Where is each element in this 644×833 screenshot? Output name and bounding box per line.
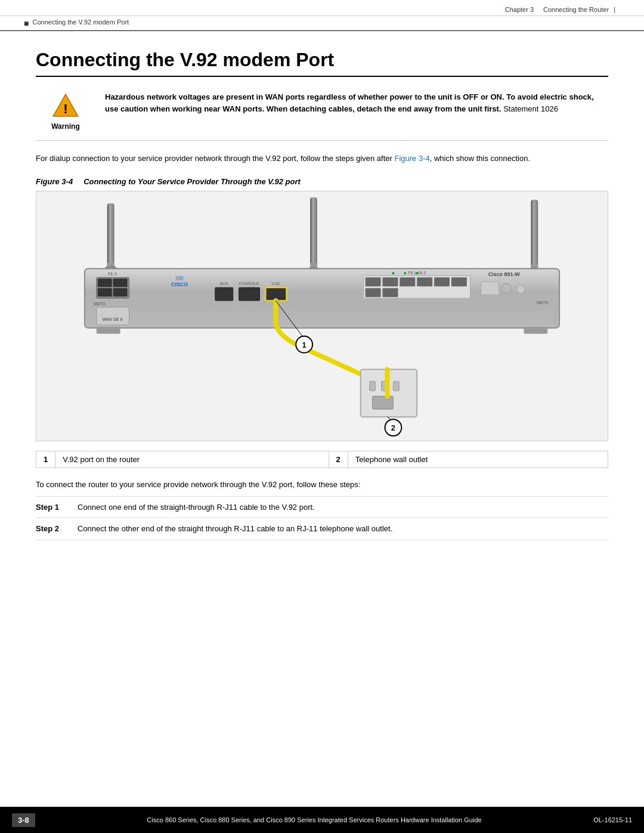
label1-text: V.92 port on the router (55, 451, 329, 467)
step-2-text: Connect the other end of the straight th… (78, 523, 608, 535)
svg-rect-9 (531, 200, 538, 270)
footer-page-number: 3-8 (12, 813, 35, 827)
label2-num: 2 (329, 451, 348, 467)
svg-text:FE 0: FE 0 (108, 272, 117, 276)
svg-text:SB/TX: SB/TX (536, 301, 548, 305)
label1-num: 1 (36, 451, 55, 467)
svg-rect-13 (85, 301, 559, 328)
header-section: Connecting the Router (543, 6, 609, 13)
svg-rect-15 (98, 278, 112, 287)
svg-text:!: ! (63, 101, 67, 116)
breadcrumb: ■ Connecting the V.92 modem Port (0, 16, 644, 31)
svg-point-50 (517, 286, 524, 293)
figure-link[interactable]: Figure 3-4 (394, 154, 429, 163)
warning-icon-area: ! Warning (36, 91, 95, 131)
step-1-text: Connect one end of the straight-through … (78, 501, 608, 513)
body-text: For dialup connection to your service pr… (36, 153, 608, 165)
svg-rect-54 (370, 381, 376, 391)
svg-rect-25 (215, 287, 233, 301)
warning-text: Hazardous network voltages are present i… (105, 91, 608, 114)
svg-text:2: 2 (391, 423, 395, 432)
svg-rect-37 (400, 277, 415, 286)
svg-point-44 (392, 272, 394, 274)
svg-point-49 (501, 283, 511, 293)
step-2-label: Step 2 (36, 523, 78, 535)
svg-text:SB/TX: SB/TX (94, 302, 106, 306)
warning-normal-text: Statement 1026 (501, 104, 558, 113)
svg-text:V.92: V.92 (272, 281, 280, 286)
warning-box: ! Warning Hazardous network voltages are… (36, 91, 608, 141)
svg-text:Cisco 891-W: Cisco 891-W (488, 271, 521, 277)
svg-rect-62 (97, 327, 120, 334)
svg-point-46 (416, 272, 418, 274)
svg-rect-16 (113, 278, 128, 287)
svg-rect-63 (524, 327, 547, 334)
steps-intro: To connect the router to your service pr… (36, 480, 608, 489)
figure-svg: FE 0 SB/TX WAN GE 0 ||||||| CISCO AUX CO… (36, 191, 608, 441)
header-chapter: Chapter 3 (505, 6, 534, 13)
svg-rect-57 (373, 396, 394, 409)
svg-rect-3 (107, 203, 114, 271)
svg-rect-6 (310, 197, 317, 268)
svg-rect-56 (393, 381, 399, 391)
svg-text:|||||||: ||||||| (176, 275, 184, 280)
figure-labels-table: 1 V.92 port on the router 2 Telephone wa… (36, 451, 608, 468)
warning-icon: ! (51, 91, 80, 120)
svg-rect-38 (417, 277, 432, 286)
svg-text:CISCO: CISCO (171, 281, 188, 287)
svg-rect-17 (98, 288, 112, 296)
figure-number: Figure 3-4 (36, 177, 73, 186)
footer-doc-number: OL-16215-11 (593, 816, 632, 823)
step-2-row: Step 2 Connect the other end of the stra… (36, 518, 608, 540)
step-1-row: Step 1 Connect one end of the straight-t… (36, 496, 608, 518)
table-row: 1 V.92 port on the router 2 Telephone wa… (36, 451, 608, 467)
svg-text:AUX: AUX (220, 281, 229, 286)
page-header: Chapter 3 Connecting the Router | (0, 0, 644, 16)
footer-doc-title: Cisco 860 Series, Cisco 880 Series, and … (35, 816, 593, 823)
warning-label: Warning (51, 122, 80, 131)
page-footer: 3-8 Cisco 860 Series, Cisco 880 Series, … (0, 807, 644, 833)
main-content: Connecting the V.92 modem Port ! Warning… (0, 31, 644, 576)
svg-rect-36 (383, 277, 398, 286)
router-illustration: FE 0 SB/TX WAN GE 0 ||||||| CISCO AUX CO… (36, 191, 608, 441)
svg-rect-40 (451, 277, 467, 286)
figure-caption: Figure 3-4 Connecting to Your Service Pr… (36, 177, 608, 186)
breadcrumb-text: Connecting the V.92 modem Port (32, 18, 129, 28)
step-1-label: Step 1 (36, 501, 78, 513)
breadcrumb-bullet: ■ (24, 18, 29, 28)
page-title: Connecting the V.92 modem Port (36, 49, 608, 77)
svg-rect-48 (481, 281, 499, 295)
figure-container: FE 0 SB/TX WAN GE 0 ||||||| CISCO AUX CO… (36, 191, 608, 441)
svg-text:1: 1 (302, 340, 306, 349)
svg-rect-42 (383, 288, 398, 297)
svg-rect-18 (113, 288, 128, 296)
svg-text:WAN GE 0: WAN GE 0 (103, 317, 123, 321)
figure-caption-text: Connecting to Your Service Provider Thro… (83, 177, 301, 186)
svg-text:272387: 272387 (553, 310, 557, 324)
svg-rect-21 (97, 307, 129, 325)
svg-rect-41 (366, 288, 381, 297)
svg-rect-39 (434, 277, 450, 286)
svg-rect-35 (366, 277, 381, 286)
label2-text: Telephone wall outlet (348, 451, 608, 467)
svg-rect-27 (239, 287, 260, 301)
svg-text:CONSOLE: CONSOLE (239, 281, 259, 286)
svg-point-45 (404, 272, 406, 274)
